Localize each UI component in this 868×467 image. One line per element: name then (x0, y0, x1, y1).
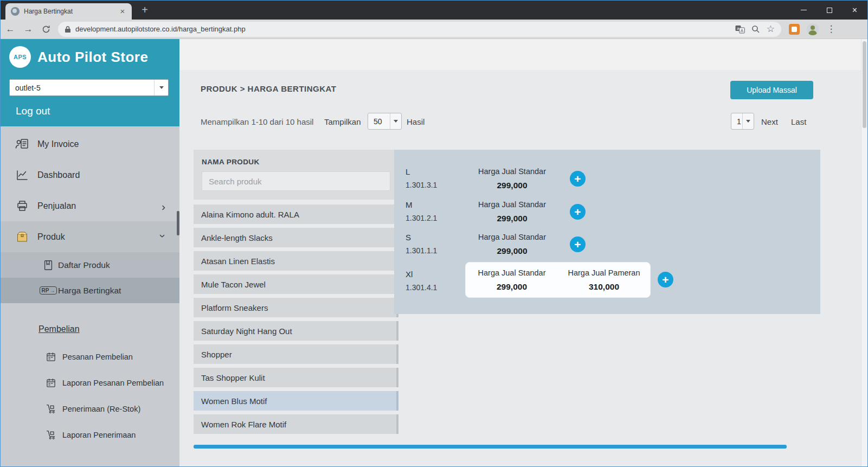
hand-truck-icon (45, 429, 57, 441)
minimize-button[interactable] (791, 1, 816, 20)
logout-link[interactable]: Log out (16, 105, 50, 117)
window-controls: × (791, 1, 867, 20)
vertical-scrollbar[interactable] (861, 39, 867, 466)
price-standar-label: Harga Jual Standar (467, 198, 557, 212)
browser-toolbar: ← → development.autopilotstore.co.id/har… (1, 20, 867, 39)
sidebar-item-penerimaan[interactable]: Penerimaan (Re-Stok) (1, 396, 179, 421)
vertical-scrollbar-thumb[interactable] (863, 41, 866, 128)
calendar-icon (45, 351, 57, 363)
next-link[interactable]: Next (761, 117, 778, 126)
product-item[interactable]: Atasan Linen Elastis (194, 251, 398, 271)
outlet-select-value: outlet-5 (15, 84, 41, 92)
upload-massal-button[interactable]: Upload Massal (730, 81, 813, 99)
product-search-input[interactable] (202, 171, 390, 191)
sidebar-item-penjualan[interactable]: Penjualan › (1, 190, 179, 221)
brand-name: Auto Pilot Store (37, 49, 148, 66)
product-list-title: NAMA PRODUK (202, 158, 390, 166)
showing-results-text: Menampilkan 1-10 dari 10 hasil (201, 117, 313, 126)
chevron-down-icon: › (158, 234, 169, 238)
sku-label: 1.301.2.1 (406, 212, 437, 225)
bookmark-star-icon[interactable]: ☆ (767, 24, 775, 34)
size-label: S (406, 231, 437, 244)
brand-logo: APS (9, 46, 31, 68)
tab-close-icon[interactable]: × (118, 7, 127, 16)
invoice-icon (15, 137, 30, 152)
chevron-down-icon (390, 113, 401, 129)
sidebar-item-label: My Invoice (37, 139, 79, 149)
last-link[interactable]: Last (791, 117, 806, 126)
product-item[interactable]: Ankle-length Slacks (194, 228, 398, 247)
maximize-button[interactable] (816, 1, 842, 20)
plus-icon: + (574, 173, 581, 184)
size-row: M 1.301.2.1 Harga Jual Standar 299,000 + (394, 198, 820, 226)
add-price-button[interactable]: + (570, 236, 586, 252)
add-price-button[interactable]: + (570, 171, 586, 187)
sidebar-item-laporan-penerimaan[interactable]: Laporan Penerimaan (1, 422, 179, 447)
rp-price-icon: RP→ (41, 283, 56, 298)
breadcrumb: PRODUK > HARGA BERTINGKAT (201, 84, 336, 93)
sidebar-item-my-invoice[interactable]: My Invoice (1, 129, 179, 159)
page-select[interactable]: 1 (731, 113, 754, 130)
chevron-down-icon (154, 80, 168, 95)
translate-icon[interactable]: aA (735, 25, 745, 34)
printer-icon (15, 199, 30, 214)
address-bar[interactable]: development.autopilotstore.co.id/harga_b… (58, 22, 781, 37)
refresh-icon (42, 25, 50, 34)
refresh-button[interactable] (38, 21, 54, 37)
size-row: S 1.301.1.1 Harga Jual Standar 299,000 + (394, 231, 820, 259)
page-size-label: Tampilkan (324, 117, 361, 126)
sidebar-item-label: Laporan Penerimaan (62, 431, 136, 439)
add-price-button[interactable]: + (570, 204, 586, 220)
new-tab-button[interactable]: + (137, 3, 152, 17)
browser-tab[interactable]: Harga Bertingkat × (5, 3, 132, 20)
sidebar-item-laporan-pesanan-pembelian[interactable]: Laporan Pesanan Pembelian (1, 370, 179, 395)
horizontal-scrollbar[interactable] (194, 445, 787, 449)
product-item[interactable]: Women Rok Flare Motif (194, 414, 398, 434)
product-item[interactable]: Mule Tacon Jewel (194, 274, 398, 294)
browser-menu-icon[interactable]: ⋮ (825, 23, 837, 35)
product-item-selected[interactable]: Women Blus Motif (194, 391, 398, 411)
profile-avatar[interactable] (807, 23, 819, 35)
forward-button[interactable]: → (20, 21, 36, 37)
browser-window: Harga Bertingkat × + × ← → development.a… (0, 0, 868, 467)
sidebar-item-label: Laporan Pesanan Pembelian (62, 379, 164, 387)
plus-icon: + (574, 239, 581, 250)
sidebar-item-pesanan-pembelian[interactable]: Pesanan Pembelian (1, 344, 179, 369)
sidebar-item-pembelian[interactable]: Pembelian (1, 320, 179, 338)
page-number-value: 1 (737, 117, 741, 126)
price-standar-value: 299,000 (466, 280, 558, 293)
product-item[interactable]: Saturday Night Hang Out (194, 321, 398, 341)
url-text[interactable]: development.autopilotstore.co.id/harga_b… (75, 25, 729, 33)
back-button[interactable]: ← (2, 21, 18, 37)
sidebar-item-harga-bertingkat[interactable]: RP→ Harga Bertingkat (1, 278, 179, 303)
product-item[interactable]: Alaina Kimono adult. RALA (194, 204, 398, 224)
zoom-icon[interactable] (751, 25, 760, 34)
app-area: APS Auto Pilot Store outlet-5 Log out My… (1, 39, 867, 466)
plus-icon: + (574, 206, 581, 217)
page-size-select[interactable]: 50 (368, 113, 402, 130)
product-item[interactable]: Platform Sneakers (194, 298, 398, 317)
page-size-value: 50 (374, 117, 382, 126)
price-standar-value: 299,000 (467, 212, 557, 225)
size-row: L 1.301.3.1 Harga Jual Standar 299,000 + (394, 165, 820, 193)
outlet-select[interactable]: outlet-5 (9, 79, 169, 96)
window-close-button[interactable]: × (842, 1, 867, 20)
extension-icon[interactable] (789, 24, 800, 35)
svg-text:A: A (741, 28, 744, 33)
maximize-icon (827, 8, 832, 13)
sidebar-item-dashboard[interactable]: Dashboard (1, 159, 179, 190)
sidebar-item-label: Harga Bertingkat (58, 286, 121, 296)
price-pameran-value: 310,000 (558, 280, 650, 293)
minimize-icon (801, 10, 807, 10)
sidebar: APS Auto Pilot Store outlet-5 Log out My… (1, 39, 179, 466)
sku-label: 1.301.4.1 (406, 281, 437, 295)
sidebar-item-produk[interactable]: Produk › (1, 221, 179, 252)
product-item[interactable]: Shopper (194, 344, 398, 364)
product-item[interactable]: Tas Shopper Kulit (194, 368, 398, 387)
sidebar-item-daftar-produk[interactable]: Daftar Produk (1, 252, 179, 278)
sidebar-item-label: Pembelian (38, 324, 80, 334)
sidebar-item-label: Dashboard (37, 170, 80, 180)
add-price-button[interactable]: + (658, 272, 673, 287)
chevron-down-icon (742, 113, 754, 129)
size-row-highlighted: Xl 1.301.4.1 Harga Jual Standar 299,000 … (394, 258, 820, 307)
